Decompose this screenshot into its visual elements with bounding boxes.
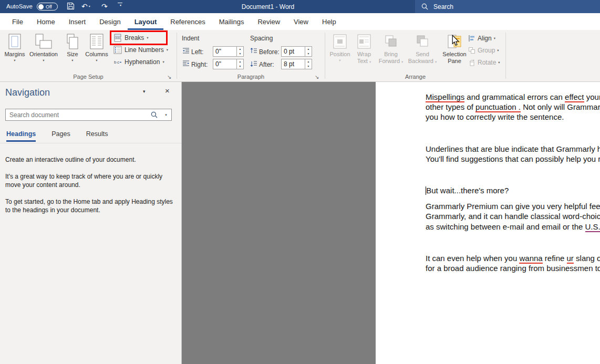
rotate-dropdown-icon: ▾ <box>498 60 500 65</box>
tab-file[interactable]: File <box>5 13 30 30</box>
spin-up-button[interactable]: ▴ <box>305 59 312 64</box>
bring-forward-dropdown-icon: ▾ <box>401 60 403 64</box>
spin-down-button[interactable]: ▾ <box>305 64 312 69</box>
paragraph-dialog-launcher[interactable]: ↘ <box>315 75 319 80</box>
undo-dropdown-icon: ▾ <box>89 2 90 11</box>
tab-view[interactable]: View <box>287 13 315 30</box>
tab-home[interactable]: Home <box>30 13 62 30</box>
text-run: punctuation . <box>475 102 521 112</box>
columns-button[interactable]: Columns ▾ <box>84 32 109 63</box>
navigation-search-dropdown-icon[interactable]: ▾ <box>161 113 171 117</box>
text-run: effect <box>565 92 584 102</box>
redo-button[interactable]: ↷ <box>101 2 108 11</box>
spin-down-button[interactable]: ▾ <box>237 64 243 69</box>
nav-tab-headings[interactable]: Headings <box>6 130 36 142</box>
text-run: Not only will Grammarly un <box>521 102 600 111</box>
spacing-after-spin-buttons: ▴▾ <box>305 59 312 69</box>
document-paragraph[interactable]: But wait...there's more? <box>426 185 600 195</box>
document-line[interactable]: Underlines that are blue indicate that G… <box>426 144 600 154</box>
text-run: your cred <box>584 92 600 101</box>
spacing-before-input[interactable] <box>281 46 305 57</box>
document-line[interactable]: Mispellings and grammatical errors can e… <box>426 92 600 102</box>
size-button[interactable]: Size ▾ <box>62 32 83 63</box>
orientation-label: Orientation <box>29 51 58 58</box>
wrap-text-icon <box>357 34 371 49</box>
tab-review[interactable]: Review <box>251 13 287 30</box>
indent-left-spin-buttons: ▴▾ <box>237 46 244 57</box>
titlebar-search-box[interactable]: Search <box>415 0 600 13</box>
navigation-search-input[interactable] <box>6 111 147 119</box>
group-objects-icon <box>468 47 475 54</box>
align-button[interactable]: Align ▾ <box>468 33 495 44</box>
navigation-search-icon[interactable] <box>147 111 161 118</box>
nav-tab-pages[interactable]: Pages <box>51 130 70 142</box>
spin-up-button[interactable]: ▴ <box>305 47 312 51</box>
tab-layout[interactable]: Layout <box>128 13 164 30</box>
document-line[interactable]: for a broad audience ranging from busine… <box>426 263 600 273</box>
indent-right-spin-buttons: ▴▾ <box>237 59 244 69</box>
undo-button[interactable]: ↶ ▾ <box>81 2 90 11</box>
group-arrange: Position ▾ WrapText ▾ BringForward ▾ Sen… <box>325 30 505 81</box>
document-page[interactable]: Mispellings and grammatical errors can e… <box>376 82 600 364</box>
margins-dropdown-icon: ▾ <box>14 58 15 63</box>
document-line[interactable]: other types of punctuation . Not only wi… <box>426 102 600 112</box>
document-text[interactable]: Mispellings and grammatical errors can e… <box>426 92 600 295</box>
document-paragraph[interactable]: It can even help when you wanna refine u… <box>426 253 600 273</box>
document-line[interactable]: as switching between e-mail and email or… <box>426 222 600 232</box>
title-bar: AutoSave Off ↶ ▾ ↷ ▾ Document1 - Word Se… <box>0 0 600 13</box>
save-button[interactable] <box>67 2 75 10</box>
group-label: Group <box>478 47 495 54</box>
spin-down-button[interactable]: ▾ <box>305 51 312 56</box>
orientation-button[interactable]: Orientation ▾ <box>27 32 60 63</box>
text-run: It can even help when you <box>426 254 519 263</box>
align-icon <box>468 35 475 42</box>
document-paragraph[interactable]: Underlines that are blue indicate that G… <box>426 144 600 164</box>
nav-tabs-divider <box>0 143 181 143</box>
autosave-toggle[interactable]: Off <box>37 3 58 11</box>
autosave-state: Off <box>46 4 52 9</box>
tab-references[interactable]: References <box>163 13 212 30</box>
bring-forward-button: BringForward ▾ <box>377 32 405 65</box>
nav-help-text: Create an interactive outline of your do… <box>5 155 174 223</box>
hyphenation-icon: bc <box>113 58 122 66</box>
line-numbers-button[interactable]: Line Numbers ▾ <box>112 44 168 56</box>
hyphenation-button[interactable]: bc Hyphenation ▾ <box>112 56 164 68</box>
position-label: Position <box>329 51 350 58</box>
page-setup-dialog-launcher[interactable]: ↘ <box>167 75 171 80</box>
autosave-label: AutoSave <box>6 3 33 9</box>
document-line[interactable]: Grammarly, and it can handle classical w… <box>426 211 600 221</box>
navigation-pane-title: Navigation <box>5 87 50 98</box>
orientation-dropdown-icon: ▾ <box>43 58 44 63</box>
indent-right-input[interactable] <box>213 59 237 69</box>
spin-up-button[interactable]: ▴ <box>237 47 243 51</box>
tab-mailings[interactable]: Mailings <box>212 13 251 30</box>
document-line[interactable]: You'll find suggestions that can possibl… <box>426 154 600 164</box>
mouse-cursor <box>451 35 460 48</box>
send-backward-button: SendBackward ▾ <box>406 32 439 65</box>
spacing-before-label: Before: <box>259 48 280 56</box>
hyphenation-label: Hyphenation <box>125 58 160 66</box>
document-line[interactable]: Grammarly Premium can give you very help… <box>426 201 600 211</box>
customize-quick-access-toolbar-button[interactable]: ▾ <box>118 3 122 7</box>
spin-down-button[interactable]: ▾ <box>237 51 243 56</box>
indent-left-input[interactable] <box>213 46 237 57</box>
document-line[interactable]: But wait...there's more? <box>426 185 600 195</box>
text-run: and grammatical errors can <box>464 92 565 101</box>
spacing-after-input[interactable] <box>281 59 305 69</box>
selection-pane-label: SelectionPane <box>442 51 466 65</box>
margins-button[interactable]: Margins ▾ <box>3 32 26 63</box>
tab-insert[interactable]: Insert <box>62 13 93 30</box>
autosave-toggle-knob <box>38 4 44 9</box>
nav-tab-results[interactable]: Results <box>86 130 108 142</box>
navigation-close-icon[interactable]: × <box>165 86 170 95</box>
navigation-collapse-icon[interactable]: ▾ <box>143 89 146 94</box>
document-paragraph[interactable]: Grammarly Premium can give you very help… <box>426 201 600 232</box>
document-line[interactable]: you how to correctly write the sentence. <box>426 112 600 122</box>
tab-help[interactable]: Help <box>315 13 343 30</box>
document-line[interactable]: It can even help when you wanna refine u… <box>426 253 600 263</box>
position-icon <box>333 34 347 49</box>
spin-up-button[interactable]: ▴ <box>237 59 243 64</box>
rotate-button: Rotate ▾ <box>468 57 500 68</box>
tab-design[interactable]: Design <box>92 13 127 30</box>
document-paragraph[interactable]: Mispellings and grammatical errors can e… <box>426 92 600 122</box>
